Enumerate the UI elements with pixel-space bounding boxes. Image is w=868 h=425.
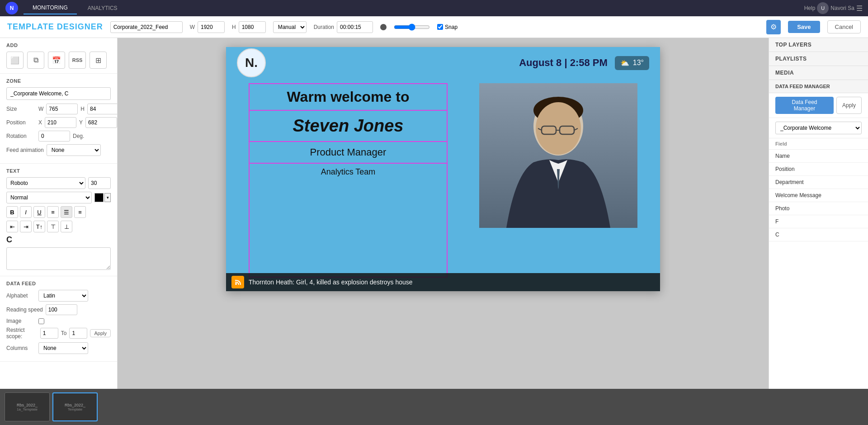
welcome-name: Steven Jones (250, 111, 447, 142)
reading-speed-input[interactable] (46, 304, 77, 315)
zone-name-input[interactable] (6, 87, 111, 100)
zone-width-input[interactable] (46, 104, 78, 114)
welcome-zone[interactable]: Warm welcome to Steven Jones Product Man… (249, 83, 448, 278)
field-department[interactable]: Department (769, 176, 868, 189)
align-left-button[interactable]: ≡ (47, 206, 59, 218)
alphabet-select[interactable]: Latin (38, 290, 88, 302)
height-h-label: H (80, 106, 85, 112)
restrict-scope-row: Restrict scope: To Apply (6, 327, 111, 340)
duration-input[interactable] (337, 21, 373, 33)
align-right-button[interactable]: ≡ (74, 206, 86, 218)
mode-select[interactable]: Manual (273, 21, 307, 33)
filmstrip-container: Rbs_2022_ 1a_Template Rbs_2022_ Template (0, 392, 102, 421)
tab-top-layers[interactable]: TOP LAYERS (769, 38, 868, 52)
to-input[interactable] (69, 328, 87, 339)
color-dropdown[interactable]: ▾ (104, 193, 111, 202)
to-label: To (61, 330, 67, 336)
help-link[interactable]: Help (804, 5, 816, 11)
field-c[interactable]: C (769, 228, 868, 241)
deg-label: Deg. (73, 133, 84, 139)
indent-btn[interactable]: ⇤ (6, 221, 18, 232)
field-f[interactable]: F (769, 215, 868, 228)
columns-select[interactable]: None (38, 342, 88, 354)
filmstrip-sublabel-1: 1a_Template (17, 407, 38, 411)
save-button[interactable]: Save (788, 21, 820, 33)
snap-checkbox[interactable] (437, 24, 443, 30)
right-panel-tabs: TOP LAYERS PLAYLISTS MEDIA (769, 38, 868, 80)
field-list: Name Position Department Welcome Message… (769, 150, 868, 389)
size-row: Size W H (6, 104, 111, 114)
tab-playlists[interactable]: PLAYLISTS (769, 52, 868, 66)
menu-icon[interactable]: ☰ (856, 4, 863, 13)
rotation-input[interactable] (38, 131, 70, 142)
person-svg (479, 83, 637, 228)
field-position[interactable]: Position (769, 163, 868, 176)
canvas-width-input[interactable] (198, 21, 225, 33)
designer-title: TEMPLATE DESIGNER (7, 22, 103, 32)
canvas[interactable]: N. August 8 | 2:58 PM ⛅ 13° Warm welcome… (226, 47, 660, 291)
settings-button[interactable]: ⚙ (766, 20, 781, 34)
font-select[interactable]: Roboto (6, 177, 85, 189)
text-area-input[interactable] (6, 247, 111, 270)
field-label: Field (769, 138, 868, 150)
align-center-button[interactable]: ☰ (61, 206, 72, 218)
feed-dropdown[interactable]: _Corporate Welcome (775, 122, 862, 134)
add-calendar-btn[interactable]: 📅 (48, 52, 65, 69)
duration-slider[interactable] (394, 24, 430, 31)
image-row: Image (6, 318, 111, 324)
feed-animation-select[interactable]: None (47, 144, 101, 156)
color-swatch[interactable] (94, 193, 104, 202)
field-welcome-message[interactable]: Welcome Message (769, 189, 868, 202)
data-feed-section-title: DATA FEED (6, 281, 111, 286)
field-name[interactable]: Name (769, 150, 868, 163)
restrict-scope-label: Restrict scope: (6, 327, 38, 340)
font-style-select[interactable]: Normal (6, 192, 92, 203)
add-multizone-btn[interactable]: ⧉ (27, 52, 44, 69)
tab-monitoring[interactable]: MONITORING (24, 2, 77, 14)
canvas-logo: N. (237, 48, 266, 77)
y-input[interactable] (85, 117, 117, 128)
data-feed-panel: DATA FEED MANAGER Data Feed Manager Appl… (769, 80, 868, 389)
duration-label: Duration (314, 24, 334, 30)
add-section: ADD ⬜ ⧉ 📅 RSS ⊞ (0, 38, 117, 74)
valign-top-btn[interactable]: ⊤ (47, 221, 59, 232)
filmstrip-label-2: Rbs_2022_ (65, 403, 85, 407)
zone-height-input[interactable] (87, 104, 118, 114)
indent-buttons-row: ⇤ ⇥ T↑ ⊤ ⊥ (6, 221, 111, 232)
data-feed-manager-button[interactable]: Data Feed Manager (775, 97, 834, 114)
cancel-button[interactable]: Cancel (827, 20, 861, 33)
format-buttons-row: B I U ≡ ☰ ≡ (6, 206, 111, 218)
apply-button[interactable]: Apply (836, 97, 862, 114)
tab-media[interactable]: MEDIA (769, 66, 868, 80)
filmstrip-sublabel-2: Template (68, 407, 82, 411)
add-zone-btn[interactable]: ⬜ (6, 52, 24, 69)
italic-button[interactable]: I (20, 206, 32, 218)
add-grid-btn[interactable]: ⊞ (90, 52, 107, 69)
feed-dropdown-row: _Corporate Welcome (769, 118, 868, 138)
person-photo (479, 83, 637, 228)
feed-animation-row: Feed animation None (6, 144, 111, 156)
rotation-row: Rotation Deg. (6, 131, 111, 142)
add-ticker-btn[interactable]: RSS (69, 52, 86, 69)
add-tools: ⬜ ⧉ 📅 RSS ⊞ (6, 52, 111, 69)
rss-icon (231, 276, 244, 288)
canvas-height-input[interactable] (239, 21, 266, 33)
apply-scope-button[interactable]: Apply (90, 329, 111, 337)
data-feed-section: DATA FEED Alphabet Latin Reading speed I… (0, 276, 117, 362)
superscript-btn[interactable]: T↑ (33, 221, 45, 232)
left-panel: ADD ⬜ ⧉ 📅 RSS ⊞ ZONE Size W H (0, 38, 118, 389)
x-input[interactable] (45, 117, 76, 128)
bold-button[interactable]: B (6, 206, 18, 218)
filmstrip-item-1[interactable]: Rbs_2022_ 1a_Template (5, 392, 50, 421)
from-input[interactable] (40, 328, 58, 339)
image-checkbox[interactable] (38, 318, 44, 324)
outdent-btn[interactable]: ⇥ (20, 221, 32, 232)
reading-speed-row: Reading speed (6, 304, 111, 315)
tab-analytics[interactable]: ANALYTICS (79, 2, 127, 14)
filmstrip-item-2[interactable]: Rbs_2022_ Template (52, 392, 98, 421)
underline-button[interactable]: U (33, 206, 45, 218)
field-photo[interactable]: Photo (769, 202, 868, 215)
valign-mid-btn[interactable]: ⊥ (61, 221, 72, 232)
feed-name-input[interactable] (110, 21, 183, 33)
font-size-input[interactable] (88, 177, 111, 189)
